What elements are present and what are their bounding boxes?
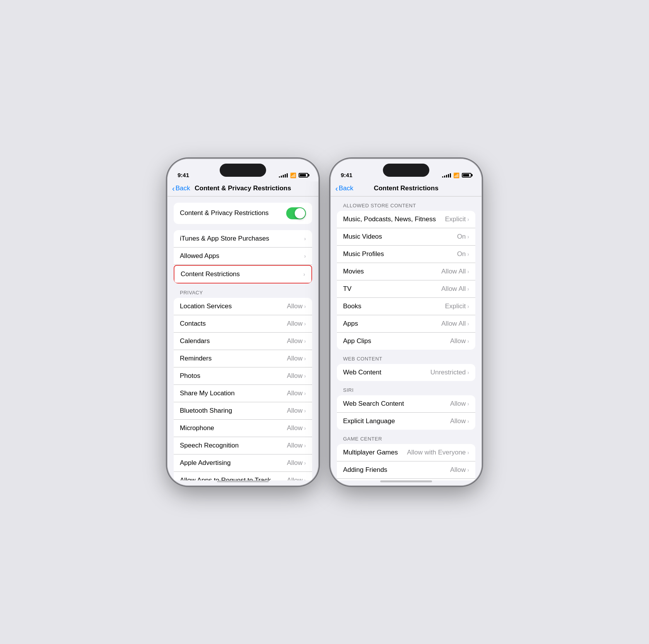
- tv-item[interactable]: TV Allow All ›: [337, 280, 475, 298]
- allowed-store-section: ALLOWED STORE CONTENT Music, Podcasts, N…: [337, 203, 475, 350]
- dynamic-island: [220, 164, 266, 177]
- explicit-language-chevron-icon: ›: [467, 418, 469, 424]
- contacts-right: Allow ›: [287, 320, 306, 328]
- share-my-location-right: Allow ›: [287, 389, 306, 397]
- web-content-list: Web Content Unrestricted ›: [337, 364, 475, 381]
- scroll-content-2[interactable]: ALLOWED STORE CONTENT Music, Podcasts, N…: [331, 196, 482, 480]
- app-clips-item[interactable]: App Clips Allow ›: [337, 333, 475, 350]
- itunes-purchases-label: iTunes & App Store Purchases: [180, 235, 304, 243]
- adding-friends-right: Allow ›: [450, 466, 469, 474]
- allow-apps-track-item[interactable]: Allow Apps to Request to Track Allow ›: [174, 472, 312, 480]
- music-podcasts-chevron-icon: ›: [467, 216, 469, 222]
- music-podcasts-label: Music, Podcasts, News, Fitness: [343, 215, 445, 223]
- music-profiles-value: On: [457, 250, 466, 258]
- siri-header: SIRI: [337, 387, 475, 395]
- contacts-chevron-icon: ›: [304, 321, 306, 327]
- web-search-content-item[interactable]: Web Search Content Allow ›: [337, 395, 475, 413]
- bluetooth-sharing-item[interactable]: Bluetooth Sharing Allow ›: [174, 402, 312, 420]
- back-label-1[interactable]: Back: [176, 184, 190, 192]
- books-right: Explicit ›: [445, 302, 469, 310]
- share-my-location-label: Share My Location: [180, 389, 287, 397]
- allowed-store-list: Music, Podcasts, News, Fitness Explicit …: [337, 211, 475, 350]
- speech-recognition-value: Allow: [287, 442, 303, 449]
- content-restrictions-label: Content Restrictions: [181, 270, 303, 278]
- movies-value: Allow All: [441, 268, 466, 275]
- calendars-item[interactable]: Calendars Allow ›: [174, 333, 312, 350]
- top-items-list: iTunes & App Store Purchases › Allowed A…: [174, 230, 312, 284]
- tv-value: Allow All: [441, 285, 466, 293]
- adding-friends-chevron-icon: ›: [467, 467, 469, 473]
- reminders-item[interactable]: Reminders Allow ›: [174, 350, 312, 367]
- apple-advertising-value: Allow: [287, 459, 303, 467]
- nav-bar-1: ‹ Back Content & Privacy Restrictions: [167, 181, 318, 196]
- music-profiles-label: Music Profiles: [343, 250, 457, 258]
- top-items-section: iTunes & App Store Purchases › Allowed A…: [174, 230, 312, 284]
- calendars-chevron-icon: ›: [304, 338, 306, 344]
- microphone-right: Allow ›: [287, 424, 306, 432]
- music-videos-chevron-icon: ›: [467, 234, 469, 240]
- allow-apps-track-chevron-icon: ›: [304, 477, 306, 480]
- location-services-item[interactable]: Location Services Allow ›: [174, 298, 312, 315]
- multiplayer-games-item[interactable]: Multiplayer Games Allow with Everyone ›: [337, 444, 475, 461]
- apps-value: Allow All: [441, 320, 466, 328]
- photos-label: Photos: [180, 372, 287, 380]
- music-profiles-right: On ›: [457, 250, 469, 258]
- app-clips-chevron-icon: ›: [467, 338, 469, 344]
- back-button-2[interactable]: ‹ Back: [335, 184, 353, 192]
- content-restrictions-chevron-icon: ›: [303, 271, 305, 277]
- share-my-location-value: Allow: [287, 389, 303, 397]
- books-item[interactable]: Books Explicit ›: [337, 298, 475, 315]
- music-videos-item[interactable]: Music Videos On ›: [337, 228, 475, 246]
- music-podcasts-item[interactable]: Music, Podcasts, News, Fitness Explicit …: [337, 211, 475, 228]
- calendars-value: Allow: [287, 337, 303, 345]
- itunes-chevron-icon: ›: [304, 236, 306, 242]
- back-button-1[interactable]: ‹ Back: [172, 184, 190, 192]
- books-chevron-icon: ›: [467, 303, 469, 309]
- multiplayer-games-value: Allow with Everyone: [407, 449, 466, 456]
- content-restrictions-item[interactable]: Content Restrictions ›: [174, 265, 312, 284]
- bluetooth-sharing-right: Allow ›: [287, 407, 306, 415]
- toggle-switch[interactable]: [286, 207, 306, 219]
- microphone-value: Allow: [287, 424, 303, 432]
- back-label-2[interactable]: Back: [339, 184, 354, 192]
- music-profiles-item[interactable]: Music Profiles On ›: [337, 246, 475, 263]
- content-restrictions-right: ›: [303, 271, 305, 277]
- share-my-location-chevron-icon: ›: [304, 390, 306, 396]
- web-content-item[interactable]: Web Content Unrestricted ›: [337, 364, 475, 381]
- microphone-item[interactable]: Microphone Allow ›: [174, 420, 312, 437]
- movies-item[interactable]: Movies Allow All ›: [337, 263, 475, 280]
- privacy-header: PRIVACY: [174, 290, 312, 298]
- contacts-item[interactable]: Contacts Allow ›: [174, 315, 312, 333]
- microphone-chevron-icon: ›: [304, 425, 306, 431]
- music-videos-right: On ›: [457, 233, 469, 241]
- multiplayer-games-label: Multiplayer Games: [343, 449, 407, 456]
- speech-recognition-chevron-icon: ›: [304, 442, 306, 449]
- itunes-purchases-item[interactable]: iTunes & App Store Purchases ›: [174, 230, 312, 248]
- nav-title-1: Content & Privacy Restrictions: [195, 184, 291, 192]
- movies-right: Allow All ›: [441, 268, 469, 275]
- back-chevron-icon-1: ‹: [172, 184, 175, 192]
- explicit-language-label: Explicit Language: [343, 417, 450, 425]
- photos-item[interactable]: Photos Allow ›: [174, 367, 312, 385]
- speech-recognition-item[interactable]: Speech Recognition Allow ›: [174, 437, 312, 454]
- photos-chevron-icon: ›: [304, 373, 306, 379]
- tv-label: TV: [343, 285, 441, 293]
- speech-recognition-right: Allow ›: [287, 442, 306, 449]
- app-clips-label: App Clips: [343, 337, 450, 345]
- explicit-language-value: Allow: [450, 417, 466, 425]
- adding-friends-item[interactable]: Adding Friends Allow ›: [337, 461, 475, 479]
- game-center-header: GAME CENTER: [337, 436, 475, 444]
- bluetooth-sharing-label: Bluetooth Sharing: [180, 407, 287, 415]
- share-my-location-item[interactable]: Share My Location Allow ›: [174, 385, 312, 402]
- app-clips-right: Allow ›: [450, 337, 469, 345]
- music-videos-label: Music Videos: [343, 233, 457, 241]
- scroll-content-1[interactable]: Content & Privacy Restrictions iTunes & …: [167, 196, 318, 480]
- apple-advertising-item[interactable]: Apple Advertising Allow ›: [174, 454, 312, 472]
- location-services-chevron-icon: ›: [304, 303, 306, 309]
- status-icons-1: 📶: [279, 173, 308, 179]
- adding-friends-value: Allow: [450, 466, 466, 474]
- allowed-apps-item[interactable]: Allowed Apps ›: [174, 248, 312, 265]
- location-services-value: Allow: [287, 302, 303, 310]
- explicit-language-item[interactable]: Explicit Language Allow ›: [337, 413, 475, 430]
- apps-item[interactable]: Apps Allow All ›: [337, 315, 475, 333]
